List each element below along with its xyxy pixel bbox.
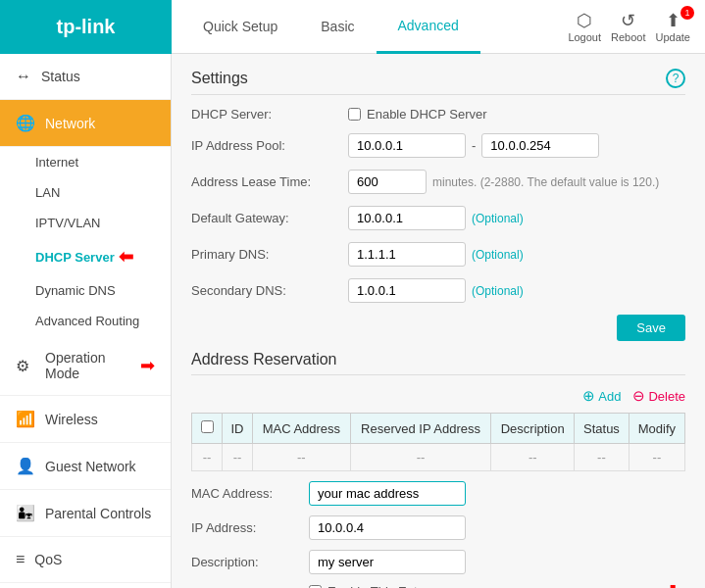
- sidebar-sub-advanced-routing[interactable]: Advanced Routing: [0, 306, 171, 336]
- ip-address-row: IP Address:: [191, 515, 685, 540]
- sidebar-item-network[interactable]: 🌐 Network: [0, 100, 171, 147]
- secondary-dns-label: Secondary DNS:: [191, 283, 348, 298]
- row-mac: --: [253, 444, 351, 471]
- primary-dns-input[interactable]: [348, 242, 466, 267]
- secondary-dns-value: (Optional): [348, 278, 524, 303]
- sidebar-sub-dynamic-dns[interactable]: Dynamic DNS: [0, 275, 171, 306]
- primary-dns-value: (Optional): [348, 242, 524, 267]
- sidebar-item-parental-controls[interactable]: 👨‍👧 Parental Controls: [0, 490, 171, 537]
- delete-button[interactable]: ⊖ Delete: [632, 387, 685, 405]
- sidebar-item-label: Parental Controls: [45, 506, 151, 521]
- add-button[interactable]: ⊕ Add: [582, 387, 621, 405]
- tab-quick-setup[interactable]: Quick Setup: [181, 0, 299, 54]
- dhcp-checkbox[interactable]: [348, 108, 361, 121]
- description-row: Description:: [191, 550, 685, 574]
- sidebar-item-label: Network: [45, 116, 95, 131]
- sidebar-item-operation-mode[interactable]: ⚙ Operation Mode ➡: [0, 336, 171, 396]
- update-icon: ⬆: [666, 10, 680, 31]
- secondary-dns-row: Secondary DNS: (Optional): [191, 278, 685, 303]
- sidebar-item-qos[interactable]: ≡ QoS: [0, 537, 171, 583]
- col-check: [192, 414, 223, 444]
- tab-basic[interactable]: Basic: [299, 0, 376, 54]
- sidebar-sub-dhcp[interactable]: DHCP Server ⬅: [0, 238, 171, 275]
- sidebar-item-guest-network[interactable]: 👤 Guest Network: [0, 443, 171, 490]
- ip-pool-start-input[interactable]: [348, 133, 466, 158]
- add-label: Add: [598, 389, 621, 404]
- row-ip: --: [350, 444, 491, 471]
- ip-pool-row: IP Address Pool: -: [191, 133, 685, 158]
- settings-save-button[interactable]: Save: [617, 315, 685, 341]
- sidebar-sub-lan[interactable]: LAN: [0, 177, 171, 208]
- update-badge: 1: [680, 6, 694, 20]
- main-content: Settings ? DHCP Server: Enable DHCP Serv…: [172, 54, 705, 588]
- update-label: Update: [656, 31, 690, 43]
- settings-title: Settings: [191, 70, 248, 87]
- enable-entry-label[interactable]: Enable This Entry: [309, 584, 428, 588]
- sidebar-item-security[interactable]: 🔒 Security: [0, 583, 171, 588]
- table-actions: ⊕ Add ⊖ Delete: [191, 387, 685, 405]
- mac-address-label: MAC Address:: [191, 486, 309, 501]
- lease-label: Address Lease Time:: [191, 174, 348, 189]
- sidebar-item-status[interactable]: ↔ Status: [0, 54, 171, 100]
- logo: tp-link: [0, 0, 172, 54]
- secondary-dns-input[interactable]: [348, 278, 466, 303]
- primary-dns-label: Primary DNS:: [191, 247, 348, 262]
- ip-pool-label: IP Address Pool:: [191, 138, 348, 153]
- sidebar-item-label: Operation Mode: [45, 350, 132, 381]
- address-title: Address Reservation: [191, 351, 337, 368]
- primary-optional: (Optional): [472, 248, 524, 262]
- sidebar-item-label: Guest Network: [45, 459, 136, 474]
- guest-icon: 👤: [16, 457, 35, 475]
- sidebar-sub-internet[interactable]: Internet: [0, 147, 171, 177]
- help-icon[interactable]: ?: [666, 69, 685, 88]
- gateway-row: Default Gateway: (Optional): [191, 206, 685, 230]
- nav-tabs: Quick Setup Basic Advanced: [172, 0, 568, 54]
- reservation-form: MAC Address: IP Address: Description: En…: [191, 481, 685, 588]
- col-status: Status: [575, 414, 629, 444]
- row-modify: --: [629, 444, 684, 471]
- sidebar-item-wireless[interactable]: 📶 Wireless: [0, 396, 171, 443]
- update-button[interactable]: ⬆ Update 1: [656, 10, 690, 43]
- dhcp-checkbox-label[interactable]: Enable DHCP Server: [348, 107, 487, 122]
- qos-icon: ≡: [16, 551, 25, 568]
- logout-icon: ⬡: [577, 10, 592, 31]
- sidebar-item-label: QoS: [34, 552, 62, 567]
- reboot-button[interactable]: ↺ Reboot: [611, 10, 645, 43]
- ip-pool-value: -: [348, 133, 599, 158]
- ip-pool-end-input[interactable]: [481, 133, 599, 158]
- tab-advanced[interactable]: Advanced: [377, 0, 480, 54]
- description-input[interactable]: [309, 550, 466, 574]
- table-header-row: ID MAC Address Reserved IP Address Descr…: [192, 414, 685, 444]
- reboot-label: Reboot: [611, 31, 645, 43]
- dhcp-server-row: DHCP Server: Enable DHCP Server: [191, 107, 685, 122]
- settings-save-row: Save: [191, 315, 685, 341]
- gateway-optional: (Optional): [472, 212, 524, 225]
- col-modify: Modify: [629, 414, 684, 444]
- enable-entry-text: Enable This Entry: [327, 584, 428, 588]
- sidebar: ↔ Status 🌐 Network Internet LAN IPTV/VLA…: [0, 54, 172, 588]
- col-ip: Reserved IP Address: [350, 414, 491, 444]
- sidebar-item-label: Wireless: [45, 412, 98, 427]
- sidebar-sub-iptv[interactable]: IPTV/VLAN: [0, 208, 171, 238]
- logo-text: tp-link: [57, 16, 116, 38]
- select-all-checkbox[interactable]: [201, 420, 214, 433]
- description-label: Description:: [191, 555, 309, 569]
- wireless-icon: 📶: [16, 410, 35, 428]
- gateway-input[interactable]: [348, 206, 466, 230]
- operation-icon: ⚙: [16, 357, 29, 375]
- ip-address-input[interactable]: [309, 515, 466, 540]
- dhcp-checkbox-text: Enable DHCP Server: [367, 107, 487, 122]
- dhcp-server-label: DHCP Server:: [191, 107, 348, 122]
- lease-input[interactable]: [348, 170, 427, 194]
- parental-icon: 👨‍👧: [16, 504, 35, 522]
- enable-row: Enable This Entry: [191, 584, 685, 588]
- save-arrow-icon: ⬇: [664, 581, 681, 588]
- network-icon: 🌐: [16, 114, 35, 132]
- row-status: --: [575, 444, 629, 471]
- logout-button[interactable]: ⬡ Logout: [568, 10, 601, 43]
- mac-address-input[interactable]: [309, 481, 466, 506]
- col-mac: MAC Address: [253, 414, 351, 444]
- reservation-table: ID MAC Address Reserved IP Address Descr…: [191, 413, 685, 471]
- table-row: -- -- -- -- -- -- --: [192, 444, 685, 471]
- row-check: --: [192, 444, 223, 471]
